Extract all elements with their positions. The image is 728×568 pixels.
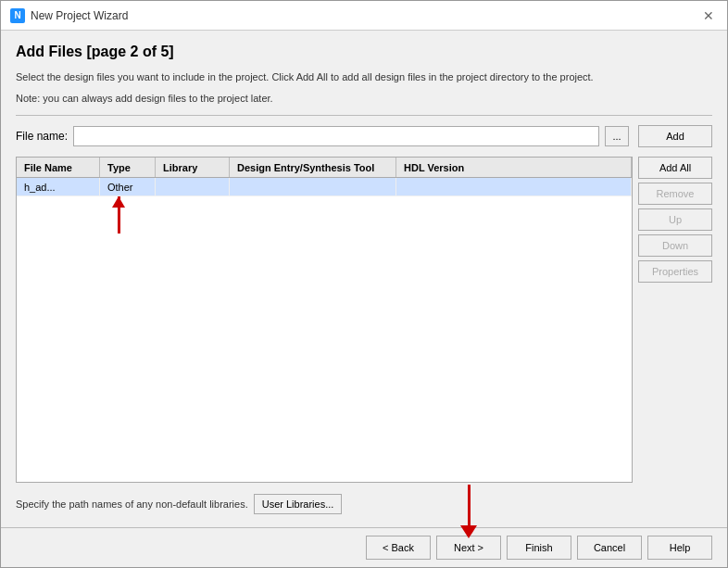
cell-design [230,178,396,196]
bottom-bar: Specify the path names of any non-defaul… [16,488,712,518]
col-type: Type [100,158,156,177]
table-header: File Name Type Library Design Entry/Synt… [17,158,632,178]
file-name-row: File name: ... Add [16,125,712,147]
close-button[interactable]: ✕ [699,6,718,25]
next-button[interactable]: Next > [436,536,501,560]
cell-library [156,178,230,196]
col-design: Design Entry/Synthesis Tool [230,158,396,177]
col-hdl: HDL Version [396,158,632,177]
app-icon: N [10,8,25,23]
help-button[interactable]: Help [647,536,712,560]
finish-button[interactable]: Finish [507,536,571,560]
file-name-label: File name: [16,130,68,143]
divider [16,115,712,116]
cell-type: Other [100,178,156,196]
col-filename: File Name [17,158,100,177]
remove-button[interactable]: Remove [638,183,712,205]
description-line2: Note: you can always add design files to… [16,91,712,107]
page-title: Add Files [page 2 of 5] [16,44,712,60]
window-title: New Project Wizard [31,9,128,22]
table-row[interactable]: h_ad... Other [17,178,632,196]
title-bar-left: N New Project Wizard [10,8,128,23]
file-table: File Name Type Library Design Entry/Synt… [16,157,633,483]
up-button[interactable]: Up [638,208,712,231]
title-bar: N New Project Wizard ✕ [1,1,727,31]
add-button[interactable]: Add [638,125,712,147]
add-all-button[interactable]: Add All [638,157,712,179]
library-hint-text: Specify the path names of any non-defaul… [16,499,248,510]
table-body: h_ad... Other [17,178,632,482]
browse-button[interactable]: ... [605,126,629,146]
back-button[interactable]: < Back [366,536,431,560]
sidebar-buttons: Add All Remove Up Down Properties [638,157,712,483]
cancel-button[interactable]: Cancel [577,536,642,560]
user-libraries-button[interactable]: User Libraries... [254,494,343,514]
footer: < Back Next > Finish Cancel Help [1,527,727,567]
main-area: File Name Type Library Design Entry/Synt… [16,157,712,483]
down-button[interactable]: Down [638,234,712,257]
main-window: N New Project Wizard ✕ Add Files [page 2… [0,0,728,568]
cell-hdl [396,178,632,196]
content-area: Add Files [page 2 of 5] Select the desig… [1,31,727,527]
file-name-input[interactable] [73,126,599,146]
description-line1: Select the design files you want to incl… [16,69,712,85]
properties-button[interactable]: Properties [638,260,712,283]
cell-filename: h_ad... [17,178,100,196]
col-library: Library [156,158,230,177]
